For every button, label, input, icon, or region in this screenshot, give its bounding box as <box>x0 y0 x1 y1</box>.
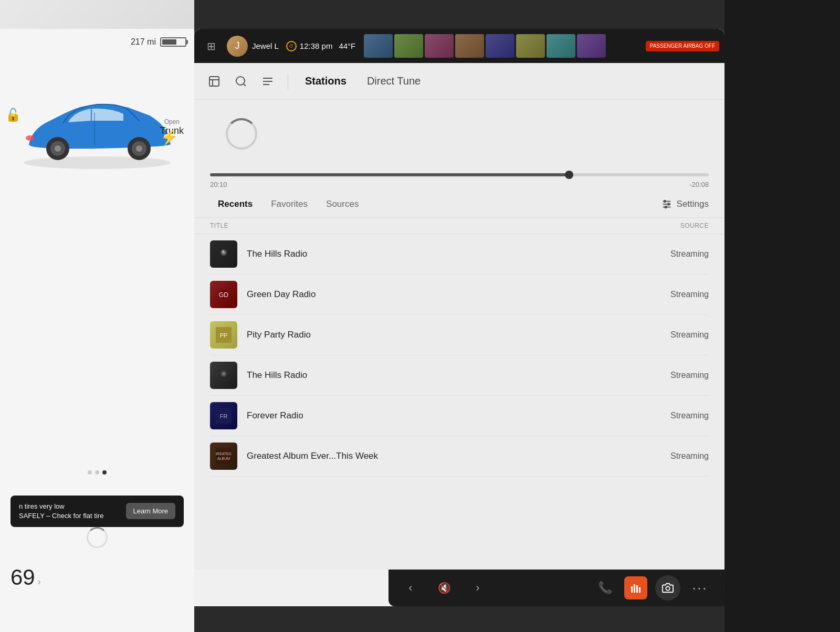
svg-rect-39 <box>634 584 635 593</box>
mileage-value: 217 mi <box>131 37 156 47</box>
svg-point-21 <box>664 201 666 203</box>
thumbnail-3 <box>425 34 454 58</box>
track-item[interactable]: PP Pity Party Radio Streaming <box>210 315 709 355</box>
sources-tab[interactable]: Sources <box>318 194 366 215</box>
track-name-1: The Hills Radio <box>247 249 670 259</box>
progress-times: 20:10 -20:08 <box>210 181 709 188</box>
recent-thumbnails <box>364 34 641 58</box>
tab-bar: Recents Favorites Sources Setting <box>194 191 724 218</box>
volume-mute-icon[interactable]: 🔇 <box>433 576 456 599</box>
taskbar: ‹ 🔇 › 📞 <box>388 570 724 606</box>
progress-bar-container[interactable] <box>210 173 709 176</box>
warning-main: n tires very low <box>19 502 65 510</box>
user-avatar[interactable]: J <box>227 36 248 57</box>
thumbnail-6 <box>516 34 545 58</box>
progress-area: 20:10 -20:08 <box>194 168 724 191</box>
main-screen: ⊞ J Jewel L ⏱ 12:38 pm 44°F PASSENGER AI… <box>194 29 724 606</box>
track-name-3: Pity Party Radio <box>247 330 670 340</box>
track-item[interactable]: GD Green Day Radio Streaming <box>210 275 709 315</box>
search-icon[interactable] <box>232 72 250 91</box>
track-source-5: Streaming <box>670 411 709 420</box>
track-source-6: Streaming <box>670 451 709 461</box>
track-item[interactable]: GREATEST ALBUM Greatest Album Ever...Thi… <box>210 436 709 477</box>
battery-tip <box>186 40 188 44</box>
svg-rect-38 <box>631 586 633 593</box>
avatar-initial: J <box>235 40 240 51</box>
lock-icon[interactable]: 🔓 <box>5 108 21 122</box>
svg-rect-40 <box>636 585 638 593</box>
svg-point-13 <box>236 77 245 85</box>
stations-tab[interactable]: Stations <box>299 71 353 91</box>
track-thumbnail-6: GREATEST ALBUM <box>210 443 237 470</box>
track-name-5: Forever Radio <box>247 410 670 421</box>
dot-1 <box>88 470 92 475</box>
svg-point-42 <box>666 586 669 590</box>
favorites-tab[interactable]: Favorites <box>263 194 316 215</box>
svg-point-0 <box>24 156 171 169</box>
track-thumbnail-1 <box>210 240 237 268</box>
track-source-2: Streaming <box>670 290 709 299</box>
svg-rect-35 <box>216 448 232 464</box>
favorites-label: Favorites <box>271 199 308 209</box>
svg-point-8 <box>26 135 34 141</box>
next-arrow-icon[interactable]: › <box>466 576 489 599</box>
map-icon[interactable]: ⊞ <box>200 35 223 58</box>
right-background <box>724 0 840 632</box>
nav-bar: Stations Direct Tune <box>194 63 724 100</box>
user-name: Jewel L <box>252 41 279 50</box>
progress-handle[interactable] <box>565 171 573 179</box>
remaining-time: -20:08 <box>689 181 709 188</box>
track-item[interactable]: FR Forever Radio Streaming <box>210 396 709 436</box>
stations-label: Stations <box>305 75 346 87</box>
camera-icon[interactable] <box>655 575 680 601</box>
page-dots <box>88 470 107 475</box>
speed-value: 69 <box>10 565 35 590</box>
direct-tune-tab[interactable]: Direct Tune <box>361 71 427 91</box>
track-item[interactable]: The Hills Radio Streaming <box>210 355 709 396</box>
svg-text:FR: FR <box>220 413 228 419</box>
track-list: The Hills Radio Streaming GD Green Day R… <box>194 234 724 570</box>
speed-arrow-icon: › <box>38 576 41 587</box>
car-svg <box>13 81 181 176</box>
battery-bar <box>160 37 186 47</box>
battery-fill <box>162 39 176 45</box>
spinner-circle <box>87 527 108 548</box>
warning-text: n tires very low SAFELY – Check for flat… <box>19 502 103 521</box>
svg-text:ALBUM: ALBUM <box>217 457 230 460</box>
prev-arrow-icon[interactable]: ‹ <box>399 576 422 599</box>
track-item[interactable]: The Hills Radio Streaming <box>210 234 709 275</box>
recents-tab[interactable]: Recents <box>210 194 260 215</box>
current-time: 20:10 <box>210 181 227 188</box>
taskbar-center: 📞 ··· <box>593 575 724 601</box>
track-thumbnail-4 <box>210 362 237 389</box>
svg-point-3 <box>55 145 61 152</box>
phone-icon[interactable]: 📞 <box>593 576 616 599</box>
left-panel: 217 mi <box>0 29 194 632</box>
main-content: Stations Direct Tune 20:10 -20:08 <box>194 63 724 570</box>
dots-menu-icon[interactable]: ··· <box>688 576 711 599</box>
track-thumbnail-3: PP <box>210 321 237 349</box>
music2-icon[interactable] <box>719 576 724 599</box>
settings-button[interactable]: Settings <box>661 198 709 210</box>
svg-rect-41 <box>639 587 640 593</box>
svg-text:GD: GD <box>219 291 228 299</box>
speed-display: 69 › <box>10 565 41 590</box>
title-header: TITLE <box>210 222 228 229</box>
learn-more-button[interactable]: Learn More <box>126 503 175 519</box>
menu-icon[interactable] <box>258 72 277 91</box>
time-value: 12:38 pm <box>300 41 333 50</box>
warning-bar: n tires very low SAFELY – Check for flat… <box>10 496 184 527</box>
svg-rect-10 <box>209 77 219 86</box>
mileage-display: 217 mi <box>131 37 186 47</box>
track-source-1: Streaming <box>670 249 709 259</box>
taskbar-left: ‹ 🔇 › <box>399 576 489 599</box>
svg-point-23 <box>665 206 667 208</box>
dot-2 <box>95 470 99 475</box>
status-bar: ⊞ J Jewel L ⏱ 12:38 pm 44°F PASSENGER AI… <box>194 29 724 63</box>
equalizer-icon[interactable] <box>624 576 647 599</box>
settings-label: Settings <box>677 199 709 209</box>
radio-bars-icon[interactable] <box>205 72 224 91</box>
loading-spinner <box>226 118 257 150</box>
svg-text:GREATEST: GREATEST <box>216 452 232 456</box>
track-source-4: Streaming <box>670 371 709 380</box>
